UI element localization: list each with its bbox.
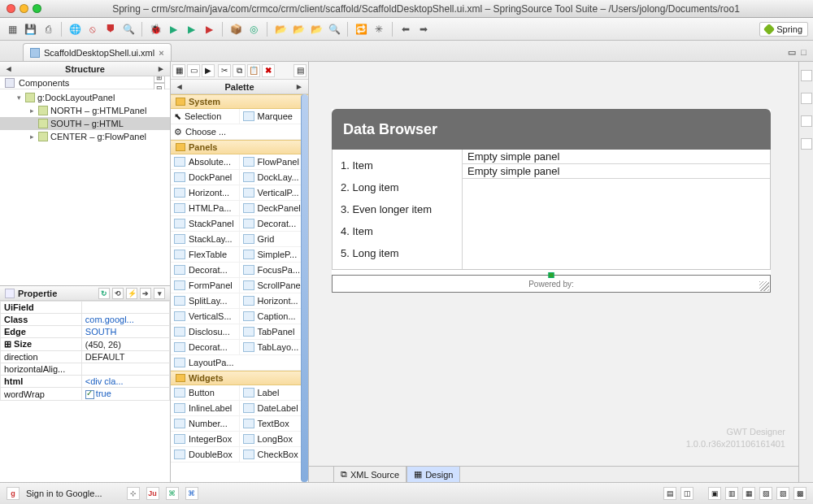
palette-widget-3-0[interactable]: IntegerBox <box>171 432 240 447</box>
palette-panel-10-0[interactable]: VerticalS... <box>171 309 240 324</box>
palette-panel-7-1[interactable]: FocusPa... <box>240 263 309 278</box>
run-last-icon[interactable]: ▶ <box>184 22 198 37</box>
status-i1[interactable]: ⊹ <box>127 487 140 500</box>
test-icon[interactable]: ▶ <box>202 64 215 77</box>
status-r8[interactable]: ▩ <box>793 487 806 500</box>
palette-panel-3-0[interactable]: HTMLPa... <box>171 201 240 216</box>
open-res-icon[interactable]: 📂 <box>309 22 324 37</box>
palette-panel-7-0[interactable]: Decorat... <box>171 263 240 278</box>
collapse-left-icon[interactable]: ◂ <box>5 63 13 74</box>
palette-panel-4-1[interactable]: Decorat... <box>240 216 309 232</box>
resize-handle-top[interactable] <box>549 272 554 278</box>
palette-left-icon[interactable]: ◂ <box>176 81 184 92</box>
new-class-icon[interactable]: ◎ <box>246 22 261 37</box>
status-r6[interactable]: ▧ <box>759 487 772 500</box>
palette-panel-9-1[interactable]: Horizont... <box>240 293 309 309</box>
copy-icon[interactable]: ⧉ <box>233 64 246 77</box>
properties-table[interactable]: UiField Classcom.googl... EdgeSOUTH ⊞ Si… <box>0 301 170 401</box>
open-type-icon[interactable]: 📂 <box>273 22 288 37</box>
palette-panel-3-1[interactable]: DeckPanel <box>240 201 309 216</box>
palette-widget-2-1[interactable]: TextBox <box>240 416 309 432</box>
tab-design[interactable]: ▦ Design <box>406 466 460 482</box>
palette-widget-1-1[interactable]: DateLabel <box>240 401 309 416</box>
palette-panel-8-1[interactable]: ScrollPanel <box>240 278 309 293</box>
task-view-icon[interactable] <box>801 93 812 104</box>
zoom-window-icon[interactable] <box>33 4 41 13</box>
design-canvas[interactable]: Data Browser 1. Item2. Long item3. Even … <box>309 62 798 482</box>
palette-widget-3-1[interactable]: LongBox <box>240 432 309 447</box>
palette-widget-0-0[interactable]: Button <box>171 385 240 401</box>
palette-panel-6-0[interactable]: FlexTable <box>171 247 240 263</box>
palette-panel-12-1[interactable]: TabLayo... <box>240 340 309 355</box>
new-package-icon[interactable]: 📦 <box>228 22 243 37</box>
palette-cat-system[interactable]: System <box>171 94 308 109</box>
status-r1[interactable]: ▤ <box>663 487 676 500</box>
google-signin-icon[interactable]: g <box>7 487 20 500</box>
open-search-icon[interactable]: 🔍 <box>327 22 341 37</box>
status-r2[interactable]: ◫ <box>680 487 693 500</box>
wordwrap-checkbox[interactable] <box>85 390 94 399</box>
palette-selection-tool[interactable]: ⬉Selection <box>171 109 240 124</box>
palette-panel-1-0[interactable]: DockPanel <box>171 170 240 185</box>
status-r3[interactable]: ▣ <box>708 487 721 500</box>
collapse-right-icon[interactable]: ▸ <box>157 63 165 74</box>
editor-tab-scaffold[interactable]: ScaffoldDesktopShell.ui.xml × <box>23 43 172 61</box>
palette-panel-6-1[interactable]: SimpleP... <box>240 247 309 263</box>
status-i3[interactable]: ⌘ <box>166 487 179 500</box>
palette-panel-12-0[interactable]: Decorat... <box>171 340 240 355</box>
palette-panel-10-1[interactable]: Caption... <box>240 309 309 324</box>
palette-widget-1-0[interactable]: InlineLabel <box>171 401 240 416</box>
palette-panel-13-0[interactable]: LayoutPa... <box>171 355 308 371</box>
palette-widget-2-0[interactable]: Number... <box>171 416 240 432</box>
stop-icon[interactable]: ⦸ <box>85 22 100 37</box>
servers-view-icon[interactable] <box>801 115 812 127</box>
prop-refresh-icon[interactable]: ↻ <box>98 288 110 299</box>
palette-cat-widgets[interactable]: Widgets <box>171 371 308 385</box>
palette-widget-4-0[interactable]: DoubleBox <box>171 447 240 463</box>
palette-right-icon[interactable]: ▸ <box>295 81 303 92</box>
tree-node-north[interactable]: ▸ NORTH – g:HTMLPanel <box>0 104 170 117</box>
search-icon[interactable]: 🔍 <box>121 22 136 37</box>
palette-panel-11-0[interactable]: Disclosu... <box>171 324 240 340</box>
print-icon[interactable]: ⎙ <box>41 22 55 37</box>
paste-icon[interactable]: 📋 <box>247 64 260 77</box>
tree-node-center[interactable]: ▸ CENTER – g:FlowPanel <box>0 130 170 143</box>
layout-mode-icon[interactable]: ▦ <box>172 64 185 77</box>
forward-icon[interactable]: ➡ <box>416 22 431 37</box>
status-r4[interactable]: ▥ <box>725 487 738 500</box>
google-signin-link[interactable]: Sign in to Google... <box>26 489 102 498</box>
cut-icon[interactable]: ✂ <box>218 64 231 77</box>
config-icon[interactable]: ✳ <box>372 22 386 37</box>
palette-list[interactable]: System ⬉Selection Marquee ⚙Choose ... Pa… <box>171 94 308 482</box>
status-i2[interactable]: Ju <box>146 487 159 500</box>
tree-node-south[interactable]: SOUTH – g:HTML <box>0 117 170 130</box>
preview-icon[interactable]: ▭ <box>187 64 200 77</box>
tree-node-docklayoutpanel[interactable]: ▾ g:DockLayoutPanel <box>0 91 170 104</box>
palette-panel-0-0[interactable]: Absolute... <box>171 154 240 170</box>
palette-panel-2-0[interactable]: Horizont... <box>171 185 240 201</box>
palette-widget-0-1[interactable]: Label <box>240 385 309 401</box>
back-icon[interactable]: ⬅ <box>398 22 413 37</box>
outline-view-icon[interactable] <box>801 70 812 81</box>
browser-icon[interactable]: 🌐 <box>67 22 82 37</box>
home-view-icon[interactable] <box>801 138 812 150</box>
external-tools-icon[interactable]: ▶ <box>202 22 216 37</box>
palette-choose-tool[interactable]: ⚙Choose ... <box>171 124 308 140</box>
palette-collapse-icon[interactable]: ▤ <box>293 64 307 77</box>
prop-bind-icon[interactable]: ⟲ <box>112 288 124 299</box>
palette-panel-4-0[interactable]: StackPanel <box>171 216 240 232</box>
palette-widget-4-1[interactable]: CheckBox <box>240 447 309 463</box>
palette-panel-1-1[interactable]: DockLay... <box>240 170 309 185</box>
palette-panel-9-0[interactable]: SplitLay... <box>171 293 240 309</box>
open-task-icon[interactable]: 📂 <box>291 22 306 37</box>
palette-panel-5-1[interactable]: Grid <box>240 232 309 247</box>
refactor-icon[interactable]: 🔁 <box>354 22 368 37</box>
tab-xml-source[interactable]: ⧉ XML Source <box>333 466 406 482</box>
palette-panel-11-1[interactable]: TabPanel <box>240 324 309 340</box>
palette-marquee-tool[interactable]: Marquee <box>240 109 309 124</box>
new-icon[interactable]: ▦ <box>5 22 20 37</box>
editor-minmax[interactable]: ▭□ <box>781 44 813 61</box>
palette-panel-5-0[interactable]: StackLay... <box>171 232 240 247</box>
prop-goto-icon[interactable]: ➔ <box>140 288 151 299</box>
resize-grip-icon[interactable] <box>759 281 769 291</box>
